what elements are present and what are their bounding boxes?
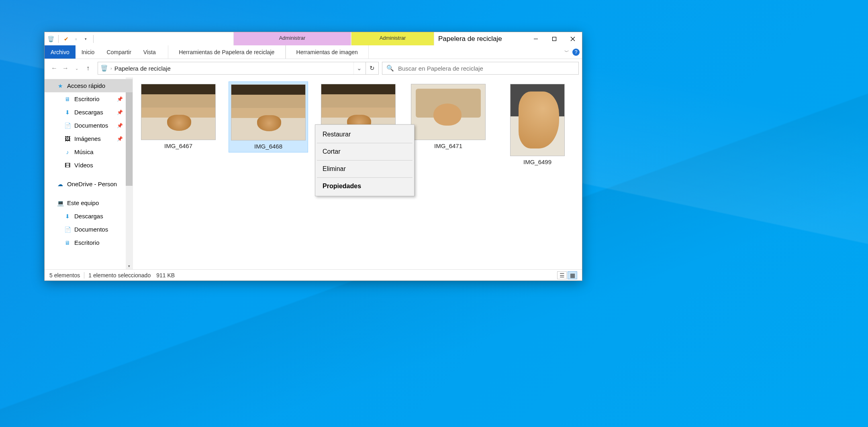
file-name: IMG_6467 bbox=[164, 142, 192, 149]
nav-recent-dropdown[interactable]: ⌄ bbox=[72, 63, 82, 73]
search-input[interactable]: 🔍 Buscar en Papelera de reciclaje bbox=[382, 62, 579, 75]
close-button[interactable] bbox=[564, 33, 582, 45]
file-name: IMG_6471 bbox=[434, 142, 462, 149]
sidebar-item-label: Escritorio bbox=[74, 96, 100, 102]
sidebar-item-label: Imágenes bbox=[74, 135, 101, 142]
sidebar-item-quick-access[interactable]: ★ Acceso rápido bbox=[45, 79, 133, 92]
context-tab-label: Administrar bbox=[279, 32, 306, 41]
ribbon-tab-home[interactable]: Inicio bbox=[76, 45, 101, 59]
sidebar-item-pictures[interactable]: 🖼 Imágenes 📌 bbox=[45, 132, 133, 145]
sidebar-item-documents[interactable]: 📄 Documentos 📌 bbox=[45, 119, 133, 132]
navigation-pane: ▴ ▾ ★ Acceso rápido 🖥 Escritorio 📌 ⬇ Des… bbox=[45, 77, 133, 269]
desktop-icon: 🖥 bbox=[64, 239, 71, 246]
nav-forward-button[interactable]: → bbox=[61, 63, 70, 73]
sidebar-item-onedrive[interactable]: ☁ OneDrive - Person bbox=[45, 177, 133, 191]
sidebar-item-downloads[interactable]: ⬇ Descargas 📌 bbox=[45, 106, 133, 119]
context-tab-label: Administrar bbox=[380, 32, 406, 41]
separator bbox=[317, 143, 413, 143]
sidebar-item-label: Documentos bbox=[74, 122, 108, 129]
star-icon: ★ bbox=[57, 82, 64, 89]
sidebar-item-downloads-pc[interactable]: ⬇ Descargas bbox=[45, 209, 133, 223]
videos-icon: 🎞 bbox=[64, 162, 71, 169]
nav-back-button[interactable]: ← bbox=[49, 63, 59, 73]
search-placeholder: Buscar en Papelera de reciclaje bbox=[398, 65, 483, 72]
sidebar-item-videos[interactable]: 🎞 Vídeos bbox=[45, 159, 133, 172]
ribbon-tab-file[interactable]: Archivo bbox=[45, 45, 76, 59]
file-name: IMG_6468 bbox=[254, 143, 282, 150]
status-bar: 5 elementos 1 elemento seleccionado 911 … bbox=[45, 269, 582, 281]
context-menu-properties[interactable]: Propiedades bbox=[316, 178, 413, 194]
sidebar-item-desktop-pc[interactable]: 🖥 Escritorio bbox=[45, 236, 133, 249]
context-menu: Restaurar Cortar Eliminar Propiedades bbox=[315, 124, 415, 196]
help-icon[interactable]: ? bbox=[572, 49, 580, 56]
context-menu-cut[interactable]: Cortar bbox=[316, 144, 413, 160]
status-size: 911 KB bbox=[156, 272, 175, 279]
download-icon: ⬇ bbox=[64, 109, 71, 116]
sidebar-item-label: Vídeos bbox=[74, 162, 93, 169]
title-bar: 🗑️ ✔ ▫ ▾ Administrar Administrar Papeler… bbox=[45, 32, 582, 45]
sidebar-item-label: Escritorio bbox=[74, 239, 100, 246]
properties-qat-icon[interactable]: ✔ bbox=[63, 35, 70, 43]
sidebar-item-music[interactable]: ♪ Música bbox=[45, 145, 133, 159]
qat-dropdown-icon[interactable]: ▾ bbox=[82, 35, 89, 43]
file-item[interactable]: IMG_6471 bbox=[408, 81, 488, 152]
status-selection: 1 elemento seleccionado bbox=[88, 272, 151, 279]
qat-item-icon[interactable]: ▫ bbox=[72, 35, 80, 43]
maximize-button[interactable] bbox=[545, 33, 564, 45]
file-item[interactable]: IMG_6467 bbox=[139, 81, 218, 152]
separator bbox=[93, 35, 94, 43]
separator bbox=[317, 177, 413, 178]
nav-arrows: ← → ⌄ ↑ bbox=[48, 63, 94, 73]
address-bar[interactable]: 🗑️ › Papelera de reciclaje ⌄ ↻ bbox=[98, 62, 379, 75]
ribbon-tab-image-tools[interactable]: Herramientas de imagen bbox=[286, 45, 369, 59]
explorer-window: 🗑️ ✔ ▫ ▾ Administrar Administrar Papeler… bbox=[44, 32, 582, 281]
breadcrumb-segment[interactable]: Papelera de reciclaje bbox=[114, 65, 171, 72]
minimize-button[interactable] bbox=[527, 33, 545, 45]
sidebar-item-label: Descargas bbox=[74, 213, 103, 220]
nav-up-button[interactable]: ↑ bbox=[83, 63, 93, 73]
download-icon: ⬇ bbox=[64, 213, 71, 220]
window-title: Papelera de reciclaje bbox=[438, 35, 502, 43]
file-item[interactable]: IMG_6468 bbox=[229, 81, 308, 152]
file-item[interactable]: IMG_6499 bbox=[498, 81, 576, 168]
pictures-icon: 🖼 bbox=[64, 135, 71, 142]
sidebar-item-desktop[interactable]: 🖥 Escritorio 📌 bbox=[45, 92, 133, 106]
thumbnail-image bbox=[231, 84, 306, 140]
cloud-icon: ☁ bbox=[57, 181, 64, 188]
ribbon-tab-recycle-tools[interactable]: Herramientas de Papelera de reciclaje bbox=[168, 45, 286, 59]
context-menu-delete[interactable]: Eliminar bbox=[316, 161, 413, 177]
view-thumbnails-button[interactable]: ▦ bbox=[568, 271, 577, 279]
svg-rect-1 bbox=[553, 37, 556, 41]
separator bbox=[58, 35, 59, 43]
ribbon-collapse-icon[interactable]: ﹀ bbox=[564, 49, 569, 55]
navigation-row: ← → ⌄ ↑ 🗑️ › Papelera de reciclaje ⌄ ↻ 🔍… bbox=[45, 59, 582, 77]
ribbon-tab-share[interactable]: Compartir bbox=[100, 45, 137, 59]
ribbon: Archivo Inicio Compartir Vista Herramien… bbox=[45, 45, 582, 59]
refresh-button[interactable]: ↻ bbox=[366, 62, 378, 74]
document-icon: 📄 bbox=[64, 122, 71, 129]
body: ▴ ▾ ★ Acceso rápido 🖥 Escritorio 📌 ⬇ Des… bbox=[45, 77, 582, 269]
desktop-icon: 🖥 bbox=[64, 96, 71, 103]
ribbon-tab-view[interactable]: Vista bbox=[137, 45, 162, 59]
chevron-right-icon[interactable]: › bbox=[110, 66, 112, 71]
separator bbox=[317, 160, 413, 161]
address-dropdown-icon[interactable]: ⌄ bbox=[353, 62, 365, 74]
pc-icon: 💻 bbox=[57, 199, 64, 207]
sidebar-item-label: Música bbox=[74, 148, 94, 155]
context-tab-image-tools[interactable]: Administrar bbox=[351, 32, 434, 45]
recycle-bin-icon: 🗑️ bbox=[47, 35, 54, 43]
sidebar-item-documents-pc[interactable]: 📄 Documentos bbox=[45, 223, 133, 236]
sidebar-item-label: Este equipo bbox=[67, 199, 99, 206]
sidebar-item-label: Descargas bbox=[74, 109, 103, 116]
thumbnail-image bbox=[411, 84, 486, 140]
context-menu-restore[interactable]: Restaurar bbox=[316, 126, 413, 142]
context-tab-recycle-tools[interactable]: Administrar bbox=[233, 32, 351, 45]
scrollbar-down-arrow[interactable]: ▾ bbox=[126, 262, 133, 269]
recycle-bin-icon: 🗑️ bbox=[100, 65, 108, 72]
title-area: Papelera de reciclaje bbox=[434, 32, 582, 45]
document-icon: 📄 bbox=[64, 226, 71, 233]
view-details-button[interactable]: ☰ bbox=[557, 271, 567, 279]
sidebar-item-this-pc[interactable]: 💻 Este equipo bbox=[45, 196, 133, 209]
sidebar-item-label: Documentos bbox=[74, 226, 108, 233]
file-name: IMG_6499 bbox=[523, 159, 551, 165]
